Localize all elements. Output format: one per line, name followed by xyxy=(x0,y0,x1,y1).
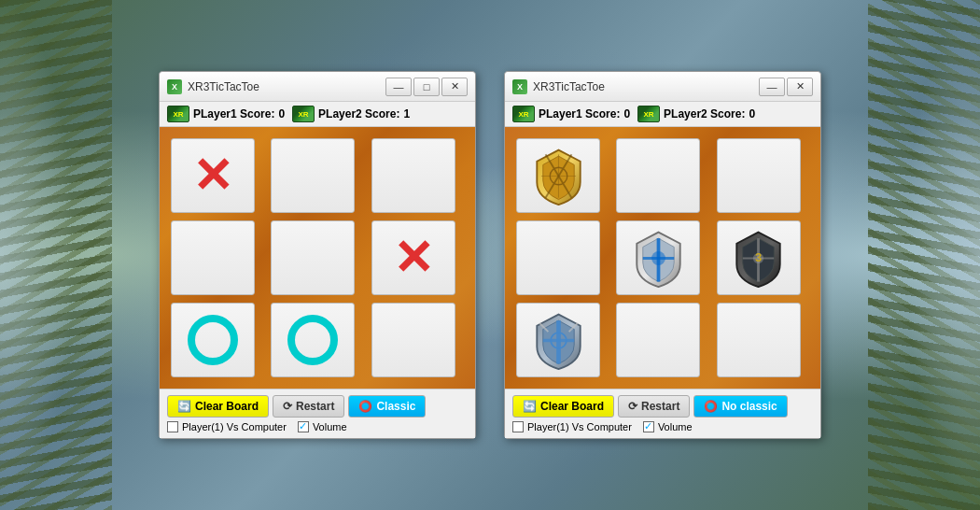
cell-2-0[interactable] xyxy=(171,303,255,377)
title-bar-buttons-2: — ✕ xyxy=(759,78,813,96)
clear-board-button-2[interactable]: 🔄 Clear Board xyxy=(512,395,614,418)
shield-gold-icon xyxy=(528,146,589,206)
button-row-2: 🔄 Clear Board ⟳ Restart ⭕ No classic xyxy=(512,395,813,418)
shield-dark-icon: 3 xyxy=(728,228,789,289)
title-bar-2: X XR3TicTacToe — ✕ xyxy=(505,72,820,102)
cell-0-2[interactable] xyxy=(371,138,455,213)
close-button-2[interactable]: ✕ xyxy=(787,78,813,96)
restart-button-1[interactable]: ⟳ Restart xyxy=(273,395,344,418)
player2-flag-1: XR xyxy=(292,106,315,122)
player1-score-value-2: 0 xyxy=(623,107,630,120)
window-title-1: XR3TicTacToe xyxy=(188,80,385,93)
minimize-button-1[interactable]: — xyxy=(385,78,412,96)
vs-computer-label-1: Player(1) Vs Computer xyxy=(182,421,287,432)
cell-2-2[interactable] xyxy=(371,303,455,377)
o-mark-2-1 xyxy=(287,315,338,365)
app-icon-2: X xyxy=(512,79,527,94)
board-grid-2: 3 xyxy=(516,138,809,377)
player1-flag-1: XR xyxy=(167,106,189,122)
cell-2-1[interactable] xyxy=(271,303,355,377)
restart-icon-1: ⟳ xyxy=(283,400,292,413)
cell2-1-1[interactable] xyxy=(616,220,700,295)
player1-flag-2: XR xyxy=(512,106,535,122)
board-grid-1: ✕ ✕ xyxy=(171,138,464,377)
score-bar-1: XR PLayer1 Score: 0 XR PLayer2 Score: 1 xyxy=(160,102,475,127)
x-mark-0-0: ✕ xyxy=(192,151,233,200)
o-mark-2-0 xyxy=(188,315,238,365)
cell2-0-1[interactable] xyxy=(616,138,700,213)
volume-checkbox-1[interactable]: Volume xyxy=(298,421,347,432)
restart-label-2: Restart xyxy=(641,400,679,413)
cell-1-2[interactable]: ✕ xyxy=(371,220,455,295)
cell2-1-2[interactable]: 3 xyxy=(717,220,801,295)
clear-board-label-2: Clear Board xyxy=(540,400,604,413)
player2-score-1: XR PLayer2 Score: 1 xyxy=(292,106,410,122)
checkbox-row-1: Player(1) Vs Computer Volume xyxy=(167,421,468,432)
volume-cb-1[interactable] xyxy=(298,421,309,432)
checkbox-row-2: Player(1) Vs Computer Volume xyxy=(512,421,813,432)
cell-0-0[interactable]: ✕ xyxy=(171,138,255,213)
maximize-button-1[interactable]: □ xyxy=(413,78,440,96)
player1-score-2: XR PLayer1 Score: 0 xyxy=(512,106,630,122)
title-bar-buttons-1: — □ ✕ xyxy=(385,78,468,96)
board-area-1: ✕ ✕ xyxy=(160,127,475,389)
player2-flag-2: XR xyxy=(637,106,660,122)
window-title-2: XR3TicTacToe xyxy=(533,80,759,93)
no-classic-icon-2: ⭕ xyxy=(704,400,718,413)
score-bar-2: XR PLayer1 Score: 0 XR PLayer2 Score: 0 xyxy=(505,102,820,127)
restart-button-2[interactable]: ⟳ Restart xyxy=(618,395,690,418)
svg-point-3 xyxy=(651,251,665,265)
vs-computer-label-2: Player(1) Vs Computer xyxy=(527,421,632,432)
classic-label-1: Classic xyxy=(376,400,415,413)
clear-icon-1: 🔄 xyxy=(177,400,191,413)
restart-label-1: Restart xyxy=(296,400,334,413)
cell2-2-2[interactable] xyxy=(717,303,801,377)
cell2-0-0[interactable] xyxy=(516,138,600,213)
clear-board-label-1: Clear Board xyxy=(195,400,259,413)
cell-1-1[interactable] xyxy=(271,220,355,295)
x-mark-1-2: ✕ xyxy=(393,234,434,282)
player2-label-2: PLayer2 Score: xyxy=(664,107,745,120)
player2-label-1: PLayer2 Score: xyxy=(318,107,399,120)
restart-icon-2: ⟳ xyxy=(628,400,637,413)
cell2-2-0[interactable] xyxy=(516,303,600,377)
player1-score-1: XR PLayer1 Score: 0 xyxy=(167,106,285,122)
cell2-1-0[interactable] xyxy=(516,220,600,295)
clear-icon-2: 🔄 xyxy=(523,400,537,413)
player1-score-value-1: 0 xyxy=(278,107,285,120)
player1-label-1: PLayer1 Score: xyxy=(193,107,274,120)
player2-score-value-2: 0 xyxy=(749,107,755,120)
windows-container: X XR3TicTacToe — □ ✕ XR PLayer1 Score: 0… xyxy=(0,0,980,510)
cell2-0-2[interactable] xyxy=(717,138,801,213)
close-button-1[interactable]: ✕ xyxy=(441,78,468,96)
volume-label-1: Volume xyxy=(313,421,347,432)
cell-0-1[interactable] xyxy=(271,138,355,213)
clear-board-button-1[interactable]: 🔄 Clear Board xyxy=(167,395,269,418)
cell-1-0[interactable] xyxy=(171,220,255,295)
volume-checkbox-2[interactable]: Volume xyxy=(643,421,693,432)
vs-computer-cb-2[interactable] xyxy=(512,421,524,432)
classic-icon-1: ⭕ xyxy=(358,400,372,413)
board-area-2: 3 xyxy=(505,127,820,389)
controls-1: 🔄 Clear Board ⟳ Restart ⭕ Classic Player… xyxy=(160,389,475,438)
shield-blue-icon xyxy=(528,310,589,371)
classic-button-1[interactable]: ⭕ Classic xyxy=(348,395,426,418)
window-1: X XR3TicTacToe — □ ✕ XR PLayer1 Score: 0… xyxy=(159,71,476,439)
vs-computer-checkbox-2[interactable]: Player(1) Vs Computer xyxy=(512,421,632,432)
no-classic-button-2[interactable]: ⭕ No classic xyxy=(693,395,787,418)
shield-silver-icon xyxy=(628,228,689,289)
minimize-button-2[interactable]: — xyxy=(759,78,785,96)
button-row-1: 🔄 Clear Board ⟳ Restart ⭕ Classic xyxy=(167,395,468,418)
vs-computer-checkbox-1[interactable]: Player(1) Vs Computer xyxy=(167,421,287,432)
title-bar-1: X XR3TicTacToe — □ ✕ xyxy=(160,72,475,102)
cell2-2-1[interactable] xyxy=(616,303,700,377)
player2-score-value-1: 1 xyxy=(403,107,410,120)
player1-label-2: PLayer1 Score: xyxy=(539,107,620,120)
volume-cb-2[interactable] xyxy=(643,421,654,432)
app-icon-1: X xyxy=(167,79,182,94)
window-2: X XR3TicTacToe — ✕ XR PLayer1 Score: 0 X… xyxy=(504,71,821,439)
volume-label-2: Volume xyxy=(658,421,693,432)
svg-text:3: 3 xyxy=(755,250,762,264)
vs-computer-cb-1[interactable] xyxy=(167,421,178,432)
player2-score-2: XR PLayer2 Score: 0 xyxy=(637,106,755,122)
